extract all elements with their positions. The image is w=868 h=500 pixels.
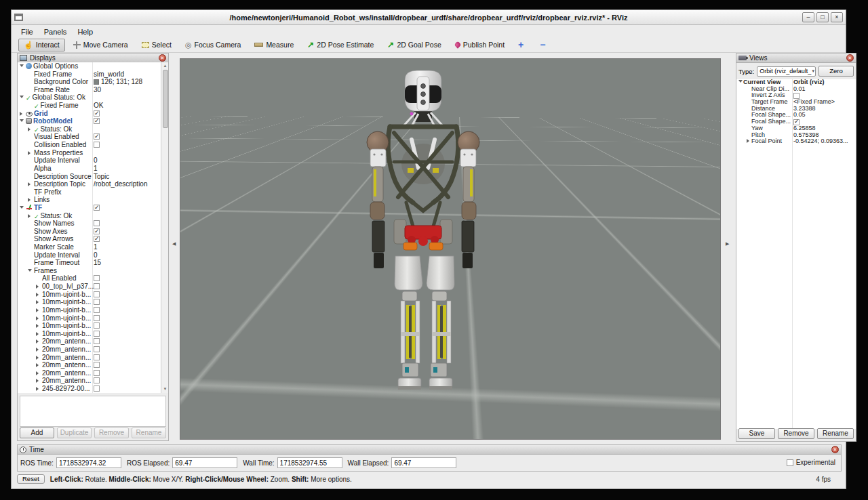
toolbar-button[interactable]: Measure [249, 39, 299, 51]
menu-item[interactable]: Panels [39, 27, 73, 37]
toolbar-button[interactable]: Move Camera [68, 39, 134, 51]
maximize-button[interactable]: □ [816, 12, 829, 22]
time-field-input[interactable] [277, 457, 342, 468]
expander-arrow-icon[interactable] [36, 361, 42, 369]
expander-arrow-icon[interactable] [28, 196, 34, 204]
panel-button[interactable]: Add [20, 428, 54, 438]
viewport-3d[interactable] [180, 58, 721, 440]
expander-arrow-icon[interactable] [36, 330, 42, 338]
views-close-icon[interactable]: ✕ [846, 54, 854, 62]
property-row[interactable]: 00_top_lvl_p37... [18, 283, 168, 291]
property-value[interactable]: 0 [94, 251, 98, 259]
expander-arrow-icon[interactable] [20, 110, 26, 118]
property-value[interactable]: 15 [94, 259, 101, 267]
property-row[interactable]: 20mm_antenn... [18, 369, 168, 377]
property-value[interactable]: 30 [94, 86, 101, 94]
property-row[interactable]: Frame Rate 30 [18, 86, 168, 94]
property-row[interactable]: 20mm_antenn... [18, 361, 168, 369]
collapse-right-panel-icon[interactable]: ▶ [726, 241, 731, 247]
scroll-thumb[interactable] [163, 70, 168, 128]
property-row[interactable]: 10mm-ujoint-b... [18, 314, 168, 322]
zero-button[interactable]: Zero [818, 66, 854, 77]
expander-arrow-icon[interactable] [36, 314, 42, 322]
panel-button[interactable]: Duplicate [57, 428, 92, 438]
enable-checkbox[interactable] [94, 205, 100, 211]
enable-checkbox[interactable] [94, 110, 100, 117]
collapse-left-panel-icon[interactable]: ◀ [172, 241, 178, 247]
expander-arrow-icon[interactable] [20, 93, 26, 102]
enable-checkbox[interactable] [94, 370, 100, 376]
property-row[interactable]: Update Interval 0 [18, 251, 168, 259]
expander-arrow-icon[interactable] [28, 149, 34, 157]
view-type-dropdown[interactable]: Orbit (rviz_default_ ▼ [757, 66, 816, 77]
property-value[interactable]: 1 [94, 165, 98, 173]
property-row[interactable]: Update Interval 0 [18, 157, 168, 165]
views-panel-header[interactable]: Views ✕ [736, 54, 856, 63]
property-row[interactable]: Marker Scale 1 [18, 243, 168, 251]
enable-checkbox[interactable] [94, 354, 100, 360]
minimize-button[interactable]: – [802, 12, 814, 22]
property-row[interactable]: 20mm_antenn... [18, 346, 168, 354]
property-value[interactable]: Topic [94, 173, 109, 181]
property-row[interactable]: Status: Ok [18, 125, 168, 133]
expander-arrow-icon[interactable] [36, 385, 42, 393]
enable-checkbox[interactable] [94, 220, 100, 226]
toolbar-button[interactable] [513, 39, 532, 51]
property-row[interactable]: Alpha 1 [18, 165, 168, 173]
expander-arrow-icon[interactable] [20, 204, 26, 212]
panel-button[interactable]: Save [738, 428, 775, 439]
experimental-checkbox[interactable] [787, 459, 793, 466]
property-row[interactable]: Show Names [18, 220, 168, 228]
panel-button[interactable]: Remove [778, 428, 814, 439]
property-row[interactable]: Visual Enabled [18, 133, 168, 141]
property-row[interactable]: Description Source Topic [18, 173, 168, 181]
time-field-input[interactable] [56, 457, 121, 468]
displays-scrollbar[interactable]: ▲ ▼ [161, 62, 168, 393]
property-value[interactable]: OK [94, 102, 103, 110]
panel-button[interactable]: Rename [817, 428, 854, 439]
expander-arrow-icon[interactable] [36, 306, 42, 314]
property-row[interactable]: Background Color 126; 131; 128 [18, 78, 168, 86]
property-row[interactable]: 10mm-ujoint-b... [18, 322, 168, 330]
property-row[interactable]: 245-82972-00... [18, 385, 168, 393]
panel-button[interactable]: Rename [132, 428, 166, 438]
property-row[interactable]: Collision Enabled [18, 141, 168, 149]
property-value[interactable]: 1 [94, 243, 98, 251]
panel-button[interactable]: Remove [94, 428, 129, 438]
toolbar-button[interactable]: 2D Pose Estimate [302, 39, 379, 51]
property-row[interactable]: RobotModel [18, 117, 168, 125]
enable-checkbox[interactable] [94, 307, 100, 313]
property-value[interactable]: 0 [94, 157, 98, 165]
displays-panel-header[interactable]: Displays ✕ [18, 54, 168, 63]
menu-item[interactable]: Help [72, 27, 98, 37]
property-row[interactable]: 20mm_antenn... [18, 354, 168, 362]
close-button[interactable]: × [831, 12, 843, 22]
property-row[interactable]: Show Arrows [18, 235, 168, 243]
expander-arrow-icon[interactable] [747, 138, 751, 145]
time-close-icon[interactable]: ✕ [831, 446, 839, 453]
toolbar-button[interactable]: Interact [18, 39, 65, 51]
enable-checkbox[interactable] [94, 236, 100, 242]
title-bar[interactable]: /home/newtonjeri/Humanoid_Robot_ws/insta… [12, 10, 846, 25]
expander-arrow-icon[interactable] [28, 212, 34, 220]
enable-checkbox[interactable] [94, 299, 100, 305]
toolbar-button[interactable]: 2D Goal Pose [382, 39, 446, 51]
property-row[interactable]: TF Prefix [18, 188, 168, 196]
expander-arrow-icon[interactable] [36, 377, 42, 385]
expander-arrow-icon[interactable] [20, 62, 26, 70]
property-row[interactable]: 10mm-ujoint-b... [18, 291, 168, 299]
expander-arrow-icon[interactable] [28, 267, 34, 275]
enable-checkbox[interactable] [94, 386, 100, 392]
expander-arrow-icon[interactable] [28, 180, 34, 188]
time-panel-header[interactable]: Time ✕ [18, 445, 841, 455]
enable-checkbox[interactable] [94, 346, 100, 352]
expander-arrow-icon[interactable] [36, 337, 42, 346]
enable-checkbox[interactable] [94, 331, 100, 337]
toolbar-button[interactable]: Select [136, 39, 177, 51]
expander-arrow-icon[interactable] [36, 298, 42, 306]
property-value[interactable]: sim_world [94, 70, 124, 79]
property-row[interactable]: 20mm_antenn... [18, 377, 168, 385]
expander-arrow-icon[interactable] [36, 291, 42, 299]
reset-button[interactable]: Reset [17, 474, 45, 484]
property-row[interactable]: TF [18, 204, 168, 212]
